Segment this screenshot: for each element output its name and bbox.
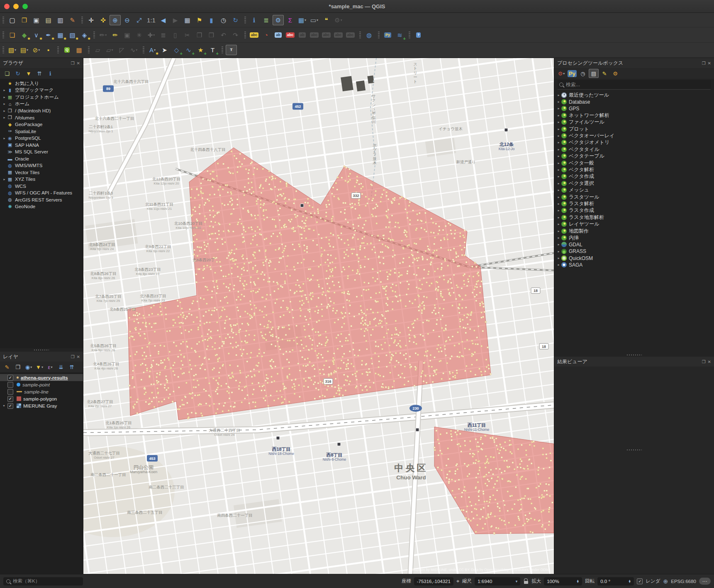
browser-item-geopackage[interactable]: ◆ GeoPackage bbox=[0, 121, 83, 128]
toolbox-grass[interactable]: GRASS bbox=[554, 248, 714, 255]
new-shapefile-layer[interactable]: ∨ bbox=[31, 30, 42, 40]
expand-arrow-icon[interactable] bbox=[556, 263, 561, 267]
browser-item-geonode[interactable]: ❋ GeoNode bbox=[0, 203, 83, 210]
results-viewer-toggle[interactable]: ▤ bbox=[589, 69, 599, 78]
toolbar-drag-handle[interactable] bbox=[143, 46, 144, 53]
filter-by-expression[interactable]: ε bbox=[45, 362, 55, 372]
processing-toolbox-toggle[interactable]: ⚙ bbox=[273, 15, 284, 25]
toolbox-raster-creation[interactable]: ラスタ作成 bbox=[554, 207, 714, 214]
add-selected-layers[interactable]: ❏ bbox=[2, 69, 12, 78]
browser-item-home[interactable]: ⌂ ホーム bbox=[0, 101, 83, 108]
expand-arrow-icon[interactable] bbox=[556, 195, 561, 199]
toolbox-gps[interactable]: GPS bbox=[554, 105, 714, 112]
close-window-button[interactable] bbox=[4, 4, 10, 9]
rotate-feature[interactable]: ▱ bbox=[104, 45, 115, 55]
edit-features-in-place[interactable]: ✎ bbox=[599, 69, 609, 78]
python-console[interactable]: Py bbox=[382, 30, 393, 40]
split-features[interactable]: ∿ bbox=[128, 45, 139, 55]
add-feature[interactable]: ✳ bbox=[134, 30, 145, 40]
expand-arrow-icon[interactable] bbox=[556, 182, 561, 185]
close-panel-icon[interactable] bbox=[77, 61, 80, 66]
crs-status[interactable]: EPSG:6680 bbox=[671, 579, 696, 584]
new-mesh-layer[interactable]: ▦ bbox=[55, 30, 66, 40]
toolbar-drag-handle[interactable] bbox=[2, 17, 4, 24]
polygon-annotation[interactable]: ◇ bbox=[171, 45, 182, 55]
toolbox-mesh[interactable]: メッシュ bbox=[554, 187, 714, 193]
expand-arrow-icon[interactable] bbox=[556, 222, 561, 226]
filter-legend[interactable]: ▼ bbox=[34, 362, 44, 372]
new-print-layout[interactable]: ▤ bbox=[43, 15, 54, 25]
close-panel-icon[interactable] bbox=[708, 360, 711, 364]
save-project[interactable]: ▣ bbox=[31, 15, 42, 25]
delete-selected[interactable]: ▯ bbox=[170, 30, 181, 40]
new-map-view[interactable]: ▦ bbox=[182, 15, 193, 25]
layer-labeling[interactable]: abc bbox=[249, 30, 260, 40]
layer-mierune-gray[interactable]: MIERUNE Gray bbox=[0, 402, 83, 409]
toolbar-drag-handle[interactable] bbox=[359, 32, 361, 39]
help[interactable]: ? bbox=[413, 30, 424, 40]
processing-options[interactable]: ⚙ bbox=[610, 69, 620, 78]
history[interactable]: ◷ bbox=[578, 69, 588, 78]
open-attribute-table[interactable]: ▦ bbox=[297, 15, 308, 25]
refresh-browser[interactable]: ↻ bbox=[13, 69, 23, 78]
expand-arrow-icon[interactable] bbox=[556, 229, 561, 233]
style-manager[interactable]: ✎ bbox=[67, 15, 78, 25]
browser-item-sap-hana[interactable]: ▣ SAP HANA bbox=[0, 142, 83, 149]
pin-labels[interactable]: ab bbox=[273, 30, 284, 40]
extent-icon[interactable] bbox=[456, 578, 459, 585]
spinner-icon[interactable]: ▲▼ bbox=[628, 580, 631, 583]
browser-item-wms-wmts[interactable]: ◍ WMS/WMTS bbox=[0, 162, 83, 169]
expand-arrow-icon[interactable] bbox=[2, 109, 7, 113]
expand-arrow-icon[interactable] bbox=[556, 148, 561, 151]
highlight-pinned-labels[interactable]: abc bbox=[285, 30, 296, 40]
new-geopackage-layer[interactable]: ◆ bbox=[19, 30, 30, 40]
temporal-controller[interactable]: ◷ bbox=[218, 15, 229, 25]
expand-arrow-icon[interactable] bbox=[556, 154, 561, 158]
toolbox-recent[interactable]: 最近使ったツール bbox=[554, 92, 714, 98]
toolbox-network[interactable]: ネットワーク解析 bbox=[554, 112, 714, 119]
expand-arrow-icon[interactable] bbox=[2, 95, 7, 99]
messages-icon[interactable] bbox=[699, 578, 711, 585]
layer-sample-polygon[interactable]: sample-polygon bbox=[0, 395, 83, 402]
undo[interactable]: ↶ bbox=[218, 30, 229, 40]
zoom-full[interactable]: ⤢ bbox=[134, 15, 145, 25]
panel-splitter[interactable] bbox=[0, 348, 83, 352]
manage-map-themes[interactable]: ◉ bbox=[24, 362, 34, 372]
expand-all[interactable]: ⇊ bbox=[56, 362, 66, 372]
expand-arrow-icon[interactable] bbox=[2, 177, 7, 181]
expand-arrow-icon[interactable] bbox=[556, 236, 561, 240]
filter-browser[interactable]: ▼ bbox=[24, 69, 34, 78]
browser-item-vector-tiles[interactable]: ▦ Vector Tiles bbox=[0, 169, 83, 176]
browser-item-wfs-ogc[interactable]: ◍ WFS / OGC API - Features bbox=[0, 190, 83, 197]
identify-features[interactable]: ℹ bbox=[249, 15, 260, 25]
redo[interactable]: ↷ bbox=[230, 30, 241, 40]
toolbox-file-tools[interactable]: ファイルツール bbox=[554, 119, 714, 126]
toolbox-cartography[interactable]: 地図製作 bbox=[554, 228, 714, 234]
browser-item-favorites[interactable]: ★ お気に入り bbox=[0, 80, 83, 87]
open-layer-styling[interactable]: ✎ bbox=[2, 362, 12, 372]
paste-features[interactable]: ❒ bbox=[206, 30, 217, 40]
zoom-window-button[interactable] bbox=[22, 4, 28, 9]
metasearch[interactable]: ◍ bbox=[363, 30, 375, 40]
toggle-editing[interactable]: ✏ bbox=[110, 30, 121, 40]
pan-map[interactable]: ✛ bbox=[85, 15, 97, 25]
select-features[interactable]: ▧ bbox=[7, 45, 18, 55]
copy-features[interactable]: ❐ bbox=[194, 30, 205, 40]
properties-widget[interactable]: ℹ bbox=[45, 69, 55, 78]
layer-visibility-checkbox[interactable] bbox=[7, 396, 13, 402]
toolbox-vector-table[interactable]: ベクタテーブル bbox=[554, 153, 714, 160]
layer-diagram[interactable]: ◔ bbox=[261, 30, 272, 40]
move-feature[interactable]: ▱ bbox=[92, 45, 103, 55]
layer-visibility-checkbox[interactable] bbox=[7, 389, 13, 395]
expand-arrow-icon[interactable] bbox=[556, 120, 561, 124]
layer-visibility-checkbox[interactable] bbox=[7, 382, 13, 388]
toolbox-search-input[interactable]: 検索... bbox=[558, 80, 711, 90]
vertex-tool[interactable]: ✚ bbox=[146, 30, 157, 40]
new-project[interactable]: ▢ bbox=[7, 15, 18, 25]
toolbox-interpolation[interactable]: 内挿 bbox=[554, 234, 714, 241]
expand-arrow-icon[interactable] bbox=[556, 134, 561, 138]
expand-arrow-icon[interactable] bbox=[556, 141, 561, 144]
move-label[interactable]: abc bbox=[309, 30, 320, 40]
new-spatialite-layer[interactable]: ✒ bbox=[43, 30, 54, 40]
expand-arrow-icon[interactable] bbox=[556, 188, 561, 192]
